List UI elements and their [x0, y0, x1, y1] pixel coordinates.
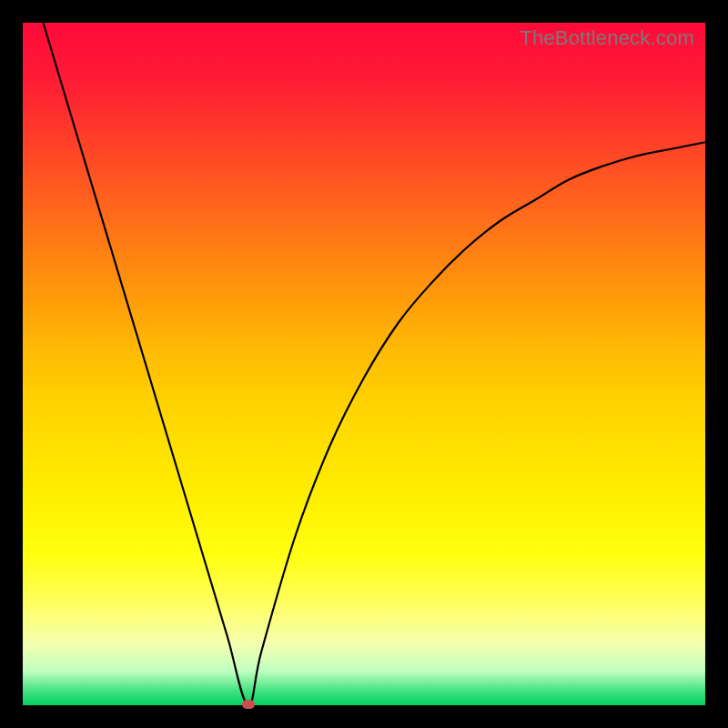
bottleneck-curve — [23, 23, 705, 705]
chart-plot-area: TheBottleneck.com — [23, 23, 705, 705]
min-marker — [242, 700, 255, 709]
curve-svg — [23, 23, 705, 705]
